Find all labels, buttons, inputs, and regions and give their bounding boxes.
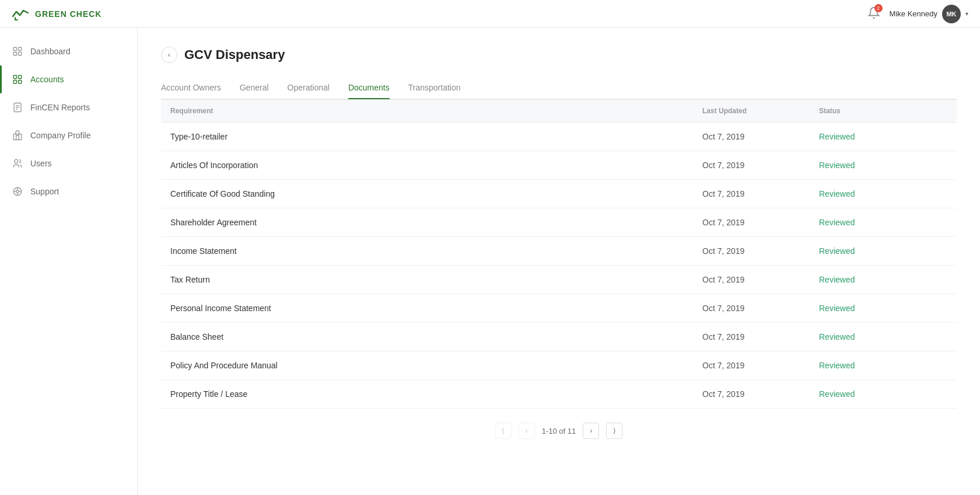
tabs: Account Owners General Operational Docum… bbox=[161, 77, 957, 99]
tab-operational[interactable]: Operational bbox=[288, 77, 330, 99]
sidebar-item-support[interactable]: Support bbox=[0, 177, 137, 205]
svg-rect-7 bbox=[19, 81, 22, 83]
cell-status: Reviewed bbox=[819, 389, 947, 399]
sidebar-label-fincen: FinCEN Reports bbox=[30, 103, 90, 112]
sidebar-label-support: Support bbox=[30, 187, 59, 196]
cell-status: Reviewed bbox=[819, 161, 947, 170]
cell-date: Oct 7, 2019 bbox=[702, 361, 819, 370]
cell-requirement: Tax Return bbox=[170, 275, 702, 284]
sidebar-label-dashboard: Dashboard bbox=[30, 47, 71, 56]
col-requirement: Requirement bbox=[170, 107, 702, 115]
table-row[interactable]: Income Statement Oct 7, 2019 Reviewed bbox=[161, 237, 957, 266]
table-row[interactable]: Balance Sheet Oct 7, 2019 Reviewed bbox=[161, 323, 957, 351]
cell-date: Oct 7, 2019 bbox=[702, 218, 819, 227]
cell-requirement: Income Statement bbox=[170, 246, 702, 256]
page-title: GCV Dispensary bbox=[184, 47, 285, 62]
support-icon bbox=[12, 186, 23, 197]
table-row[interactable]: Tax Return Oct 7, 2019 Reviewed bbox=[161, 266, 957, 294]
user-name: Mike Kennedy bbox=[890, 9, 937, 18]
accounts-icon bbox=[12, 74, 23, 85]
cell-requirement: Shareholder Agreement bbox=[170, 218, 702, 227]
company-icon bbox=[12, 130, 23, 141]
sidebar-item-fincen[interactable]: FinCEN Reports bbox=[0, 93, 137, 121]
topbar-right: 2 Mike Kennedy MK ▾ bbox=[867, 5, 968, 23]
chevron-down-icon: ▾ bbox=[965, 11, 968, 17]
table-row[interactable]: Articles Of Incorporation Oct 7, 2019 Re… bbox=[161, 151, 957, 180]
cell-date: Oct 7, 2019 bbox=[702, 332, 819, 341]
svg-point-13 bbox=[15, 159, 18, 163]
users-icon bbox=[12, 158, 23, 169]
pagination-first-btn[interactable]: ⟨ bbox=[495, 423, 512, 439]
tab-documents[interactable]: Documents bbox=[348, 77, 390, 99]
tab-account-owners[interactable]: Account Owners bbox=[161, 77, 221, 99]
main-content: ‹ GCV Dispensary Account Owners General … bbox=[138, 28, 980, 495]
svg-rect-5 bbox=[19, 75, 22, 78]
notification-badge: 2 bbox=[874, 4, 883, 12]
svg-rect-0 bbox=[13, 47, 16, 50]
table-row[interactable]: Policy And Procedure Manual Oct 7, 2019 … bbox=[161, 351, 957, 380]
cell-requirement: Policy And Procedure Manual bbox=[170, 361, 702, 370]
user-avatar: MK bbox=[942, 5, 961, 23]
svg-rect-1 bbox=[19, 47, 22, 50]
cell-status: Reviewed bbox=[819, 246, 947, 256]
pagination-prev-btn[interactable]: ‹ bbox=[519, 423, 535, 439]
fincen-icon bbox=[12, 102, 23, 113]
cell-requirement: Personal Income Statement bbox=[170, 304, 702, 313]
cell-date: Oct 7, 2019 bbox=[702, 389, 819, 399]
cell-requirement: Certificate Of Good Standing bbox=[170, 189, 702, 198]
cell-date: Oct 7, 2019 bbox=[702, 304, 819, 313]
table-header: Requirement Last Updated Status bbox=[161, 99, 957, 123]
svg-rect-6 bbox=[13, 81, 16, 83]
svg-rect-2 bbox=[13, 53, 16, 55]
notification-bell[interactable]: 2 bbox=[867, 6, 880, 22]
sidebar-item-users[interactable]: Users bbox=[0, 149, 137, 177]
cell-requirement: Articles Of Incorporation bbox=[170, 161, 702, 170]
back-button[interactable]: ‹ bbox=[161, 47, 177, 63]
logo-text: GREEN CHECK bbox=[35, 9, 102, 19]
sidebar-label-users: Users bbox=[30, 159, 52, 168]
cell-date: Oct 7, 2019 bbox=[702, 246, 819, 256]
cell-requirement: Property Title / Lease bbox=[170, 389, 702, 399]
col-last-updated: Last Updated bbox=[702, 107, 819, 115]
col-status: Status bbox=[819, 107, 947, 115]
pagination: ⟨ ‹ 1-10 of 11 › ⟩ bbox=[161, 409, 957, 453]
sidebar-item-accounts[interactable]: Accounts bbox=[0, 65, 137, 93]
cell-requirement: Type-10-retailer bbox=[170, 132, 702, 141]
cell-date: Oct 7, 2019 bbox=[702, 132, 819, 141]
cell-date: Oct 7, 2019 bbox=[702, 275, 819, 284]
user-info[interactable]: Mike Kennedy MK ▾ bbox=[890, 5, 968, 23]
logo: GREEN CHECK bbox=[12, 7, 102, 21]
tab-general[interactable]: General bbox=[240, 77, 269, 99]
cell-status: Reviewed bbox=[819, 361, 947, 370]
table-row[interactable]: Type-10-retailer Oct 7, 2019 Reviewed bbox=[161, 123, 957, 151]
topbar: GREEN CHECK 2 Mike Kennedy MK ▾ bbox=[0, 0, 980, 28]
main-layout: Dashboard Accounts bbox=[0, 28, 980, 495]
cell-requirement: Balance Sheet bbox=[170, 332, 702, 341]
sidebar-item-company[interactable]: Company Profile bbox=[0, 121, 137, 149]
documents-table: Requirement Last Updated Status Type-10-… bbox=[161, 99, 957, 409]
table-row[interactable]: Certificate Of Good Standing Oct 7, 2019… bbox=[161, 180, 957, 208]
svg-point-15 bbox=[16, 190, 19, 193]
cell-status: Reviewed bbox=[819, 304, 947, 313]
table-row[interactable]: Personal Income Statement Oct 7, 2019 Re… bbox=[161, 294, 957, 323]
table-body: Type-10-retailer Oct 7, 2019 Reviewed Ar… bbox=[161, 123, 957, 409]
logo-icon bbox=[12, 7, 30, 21]
table-row[interactable]: Shareholder Agreement Oct 7, 2019 Review… bbox=[161, 208, 957, 237]
cell-date: Oct 7, 2019 bbox=[702, 189, 819, 198]
sidebar-label-accounts: Accounts bbox=[30, 75, 64, 84]
table-row[interactable]: Property Title / Lease Oct 7, 2019 Revie… bbox=[161, 380, 957, 409]
cell-status: Reviewed bbox=[819, 132, 947, 141]
cell-status: Reviewed bbox=[819, 218, 947, 227]
svg-rect-3 bbox=[19, 53, 22, 55]
cell-date: Oct 7, 2019 bbox=[702, 161, 819, 170]
sidebar-label-company: Company Profile bbox=[30, 131, 91, 140]
sidebar-item-dashboard[interactable]: Dashboard bbox=[0, 37, 137, 65]
sidebar: Dashboard Accounts bbox=[0, 28, 138, 495]
page-header: ‹ GCV Dispensary bbox=[161, 47, 957, 63]
cell-status: Reviewed bbox=[819, 332, 947, 341]
pagination-last-btn[interactable]: ⟩ bbox=[606, 423, 622, 439]
cell-status: Reviewed bbox=[819, 275, 947, 284]
pagination-next-btn[interactable]: › bbox=[583, 423, 599, 439]
tab-transportation[interactable]: Transportation bbox=[408, 77, 461, 99]
pagination-info: 1-10 of 11 bbox=[542, 427, 576, 435]
